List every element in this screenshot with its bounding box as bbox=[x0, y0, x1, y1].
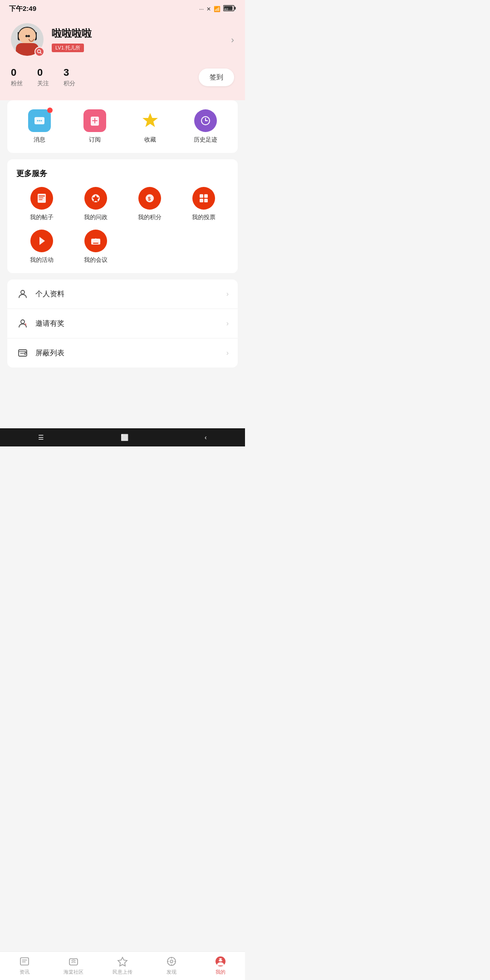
profile-edit-arrow[interactable]: › bbox=[231, 34, 234, 45]
my-vote-icon bbox=[192, 187, 215, 210]
message-label: 消息 bbox=[34, 136, 45, 144]
signin-button[interactable]: 签到 bbox=[199, 69, 234, 86]
android-nav: ☰ ⬜ ‹ bbox=[0, 428, 245, 446]
message-icon-wrap bbox=[28, 109, 51, 132]
my-points-label: 我的积分 bbox=[138, 213, 162, 221]
my-posts-icon bbox=[30, 187, 53, 210]
profile-name: 啦啦啦啦 bbox=[52, 27, 223, 40]
my-meeting-icon bbox=[84, 230, 107, 252]
fans-count: 0 bbox=[11, 67, 16, 78]
fans-label: 粉丝 bbox=[11, 79, 23, 88]
action-favorite[interactable]: 收藏 bbox=[132, 109, 168, 144]
svg-marker-13 bbox=[142, 113, 158, 127]
svg-point-7 bbox=[37, 120, 39, 122]
my-posts-label: 我的帖子 bbox=[30, 213, 54, 221]
points-label: 积分 bbox=[64, 79, 75, 88]
menu-list: 个人资料 › 邀请有奖 › bbox=[7, 279, 238, 368]
menu-item-invite[interactable]: 邀请有奖 › bbox=[7, 309, 238, 338]
status-icons: ··· ✕ 📶 82 bbox=[199, 5, 236, 13]
quick-actions: 消息 订阅 收藏 bbox=[12, 109, 233, 144]
services-grid: 我的帖子 我的问政 $ bbox=[12, 187, 233, 264]
blocklist-arrow-icon: › bbox=[226, 349, 229, 357]
blocklist-menu-label: 屏蔽列表 bbox=[35, 348, 226, 358]
action-history[interactable]: 历史足迹 bbox=[187, 109, 224, 144]
points-stat[interactable]: 3 积分 bbox=[64, 67, 75, 88]
android-home-icon[interactable]: ⬜ bbox=[121, 434, 128, 441]
invite-arrow-icon: › bbox=[226, 319, 229, 328]
favorite-label: 收藏 bbox=[144, 136, 156, 144]
my-activity-icon bbox=[30, 230, 53, 252]
history-label: 历史足迹 bbox=[194, 136, 217, 144]
following-stat[interactable]: 0 关注 bbox=[37, 67, 49, 88]
svg-rect-25 bbox=[200, 194, 203, 198]
service-my-meeting[interactable]: 我的会议 bbox=[69, 230, 122, 264]
profile-person-icon bbox=[16, 288, 29, 300]
following-count: 0 bbox=[37, 67, 43, 78]
blocklist-icon bbox=[16, 347, 29, 359]
android-back-icon[interactable]: ‹ bbox=[205, 434, 207, 441]
invite-icon bbox=[16, 317, 29, 330]
svg-point-9 bbox=[41, 120, 42, 122]
status-bar: 下午2:49 ··· ✕ 📶 82 bbox=[0, 0, 245, 16]
service-my-posts[interactable]: 我的帖子 bbox=[15, 187, 69, 221]
more-services-card: 更多服务 我的帖子 bbox=[7, 159, 238, 273]
avatar-search-icon[interactable] bbox=[34, 47, 44, 57]
svg-rect-30 bbox=[91, 239, 100, 245]
level-badge: LV1.托儿所 bbox=[52, 44, 84, 52]
signal-dots-icon: ··· bbox=[199, 6, 204, 12]
profile-header: 啦啦啦啦 LV1.托儿所 › 0 粉丝 0 关注 3 积分 签到 bbox=[0, 16, 245, 100]
status-time: 下午2:49 bbox=[9, 5, 36, 13]
subscribe-icon-wrap bbox=[83, 109, 106, 132]
service-my-vote[interactable]: 我的投票 bbox=[176, 187, 230, 221]
wifi-icon: 📶 bbox=[214, 6, 220, 12]
my-inquiry-icon bbox=[84, 187, 107, 210]
service-my-activity[interactable]: 我的活动 bbox=[15, 230, 69, 264]
profile-arrow-icon: › bbox=[226, 290, 229, 298]
profile-stats: 0 粉丝 0 关注 3 积分 签到 bbox=[11, 67, 234, 88]
close-icon: ✕ bbox=[206, 6, 211, 12]
svg-point-32 bbox=[21, 290, 24, 294]
favorite-icon-wrap bbox=[139, 109, 162, 132]
service-my-points[interactable]: $ 我的积分 bbox=[122, 187, 176, 221]
svg-rect-17 bbox=[38, 194, 46, 203]
action-subscribe[interactable]: 订阅 bbox=[77, 109, 113, 144]
avatar[interactable] bbox=[11, 23, 44, 56]
subscribe-label: 订阅 bbox=[89, 136, 101, 144]
quick-actions-card: 消息 订阅 收藏 bbox=[7, 100, 238, 153]
profile-menu-label: 个人资料 bbox=[35, 289, 226, 299]
profile-info: 啦啦啦啦 LV1.托儿所 bbox=[52, 27, 223, 52]
history-icon-wrap bbox=[194, 109, 217, 132]
android-menu-icon[interactable]: ☰ bbox=[38, 434, 44, 441]
battery-icon: 82 bbox=[223, 5, 236, 13]
svg-point-33 bbox=[21, 320, 24, 323]
menu-item-blocklist[interactable]: 屏蔽列表 › bbox=[7, 338, 238, 368]
svg-rect-26 bbox=[204, 194, 208, 198]
profile-top: 啦啦啦啦 LV1.托儿所 › bbox=[11, 23, 234, 56]
svg-text:$: $ bbox=[148, 196, 151, 201]
my-inquiry-label: 我的问政 bbox=[84, 213, 108, 221]
following-label: 关注 bbox=[37, 79, 49, 88]
svg-rect-1 bbox=[235, 7, 236, 10]
svg-text:82: 82 bbox=[225, 8, 228, 11]
svg-point-8 bbox=[39, 120, 40, 122]
points-count: 3 bbox=[64, 67, 69, 78]
more-services-title: 更多服务 bbox=[12, 168, 233, 187]
my-vote-label: 我的投票 bbox=[192, 213, 216, 221]
svg-rect-27 bbox=[200, 199, 203, 202]
service-my-inquiry[interactable]: 我的问政 bbox=[69, 187, 122, 221]
svg-line-5 bbox=[40, 53, 42, 54]
my-activity-label: 我的活动 bbox=[30, 256, 54, 264]
my-points-icon: $ bbox=[138, 187, 161, 210]
fans-stat[interactable]: 0 粉丝 bbox=[11, 67, 23, 88]
message-badge bbox=[47, 108, 53, 113]
invite-menu-label: 邀请有奖 bbox=[35, 319, 226, 328]
svg-rect-28 bbox=[204, 199, 208, 202]
menu-item-profile[interactable]: 个人资料 › bbox=[7, 279, 238, 309]
action-message[interactable]: 消息 bbox=[21, 109, 58, 144]
svg-marker-29 bbox=[39, 237, 45, 245]
my-meeting-label: 我的会议 bbox=[84, 256, 108, 264]
